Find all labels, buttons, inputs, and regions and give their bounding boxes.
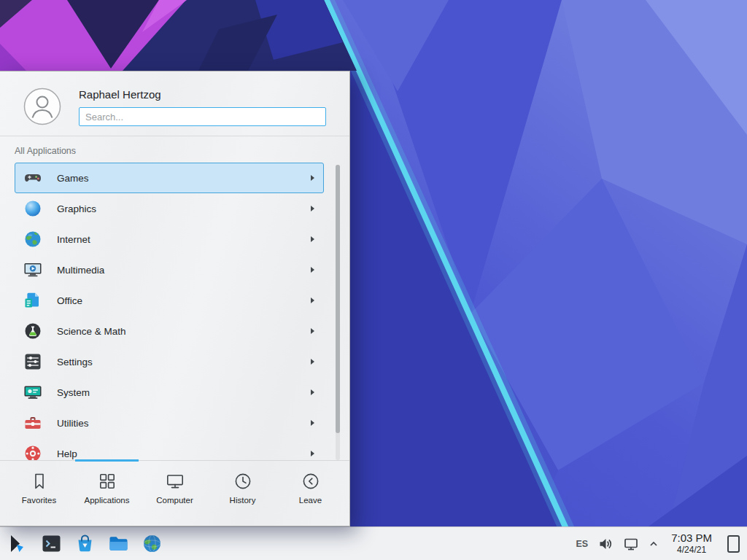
category-label: Settings	[57, 357, 93, 368]
toolbox-icon	[23, 413, 42, 432]
category-office[interactable]: Office	[15, 285, 324, 316]
clock-widget[interactable]: 7:03 PM 4/24/21	[671, 532, 712, 556]
category-label: Internet	[57, 234, 90, 245]
scrollbar-track[interactable]	[336, 165, 340, 460]
user-avatar	[23, 88, 61, 125]
category-settings[interactable]: Settings	[15, 346, 324, 377]
app-launcher-icon	[7, 532, 29, 555]
category-system[interactable]: System	[15, 377, 324, 408]
discover-app-button[interactable]	[74, 532, 96, 555]
tab-label: Computer	[156, 496, 193, 505]
category-label: Multimedia	[57, 265, 104, 276]
category-label: Science & Math	[57, 326, 126, 337]
chevron-right-icon	[311, 359, 314, 365]
terminal-app-button[interactable]	[40, 532, 63, 555]
category-label: System	[57, 387, 90, 398]
chevron-right-icon	[311, 389, 314, 395]
keyboard-layout-indicator[interactable]: ES	[576, 539, 588, 549]
file-manager-app-button[interactable]	[107, 532, 130, 555]
tab-leave[interactable]: Leave	[276, 461, 344, 526]
folder-icon	[107, 532, 130, 555]
user-name: Raphael Hertzog	[79, 86, 326, 107]
system-monitor-icon	[23, 383, 42, 402]
chevron-right-icon	[311, 206, 314, 211]
taskbar-panel: ES 7:03 PM 4/24/21	[0, 526, 747, 560]
category-label: Office	[57, 295, 82, 306]
tab-history[interactable]: History	[209, 461, 276, 526]
lifebuoy-icon	[23, 444, 42, 460]
browser-globe-icon	[141, 532, 163, 555]
chevron-right-icon	[311, 236, 314, 242]
category-label: Games	[57, 173, 89, 184]
chevron-right-icon	[311, 298, 314, 303]
bookmark-icon	[29, 471, 50, 491]
system-tray: ES 7:03 PM 4/24/21	[576, 532, 747, 556]
sliders-icon	[23, 352, 42, 371]
expand-tray-caret-icon[interactable]	[649, 539, 659, 549]
gamepad-icon	[23, 168, 42, 187]
tab-label: Favorites	[22, 496, 56, 505]
tab-computer[interactable]: Computer	[141, 461, 209, 526]
terminal-icon	[40, 532, 63, 555]
volume-icon[interactable]	[597, 536, 614, 552]
tab-applications[interactable]: Applications	[73, 461, 141, 526]
globe-icon	[23, 230, 42, 249]
category-science-math[interactable]: Science & Math	[15, 316, 324, 346]
launcher-header: Raphael Hertzog	[0, 71, 349, 136]
section-label: All Applications	[0, 136, 349, 163]
category-list: Games Graphics Internet Multimedia	[0, 163, 349, 460]
category-utilities[interactable]: Utilities	[15, 408, 324, 438]
clock-date: 4/24/21	[671, 545, 712, 556]
tab-label: Leave	[299, 496, 322, 505]
web-browser-app-button[interactable]	[141, 532, 163, 555]
application-launcher-menu: Raphael Hertzog All Applications Games G…	[0, 71, 350, 526]
taskbar-launchers	[0, 532, 163, 555]
office-icon	[23, 291, 42, 310]
network-icon[interactable]	[623, 536, 639, 552]
category-internet[interactable]: Internet	[15, 224, 324, 254]
scrollbar-thumb[interactable]	[336, 165, 340, 433]
tab-label: Applications	[84, 496, 129, 505]
category-games[interactable]: Games	[15, 163, 324, 193]
multimedia-icon	[23, 260, 42, 279]
clock-time: 7:03 PM	[671, 532, 712, 545]
graphics-icon	[23, 199, 42, 218]
search-input[interactable]	[79, 107, 326, 126]
applications-grid-icon	[97, 471, 117, 491]
category-multimedia[interactable]: Multimedia	[15, 254, 324, 285]
category-label: Utilities	[57, 418, 89, 429]
category-label: Graphics	[57, 203, 96, 214]
chevron-right-icon	[311, 267, 314, 273]
tab-label: History	[230, 496, 256, 505]
flask-icon	[23, 322, 42, 341]
chevron-right-icon	[311, 451, 314, 456]
discover-icon	[74, 532, 96, 555]
show-desktop-button[interactable]	[727, 535, 740, 553]
chevron-right-icon	[311, 420, 314, 426]
computer-monitor-icon	[165, 471, 185, 491]
category-help[interactable]: Help	[15, 438, 324, 460]
tab-favorites[interactable]: Favorites	[5, 461, 73, 526]
app-launcher-button[interactable]	[7, 532, 29, 555]
category-graphics[interactable]: Graphics	[15, 193, 324, 224]
category-label: Help	[57, 448, 77, 459]
launcher-tab-bar: Favorites Applications Computer History …	[0, 460, 349, 526]
clock-icon	[233, 471, 253, 491]
chevron-right-icon	[311, 328, 314, 334]
leave-icon	[301, 471, 321, 491]
chevron-right-icon	[311, 175, 314, 181]
user-icon	[23, 88, 61, 125]
